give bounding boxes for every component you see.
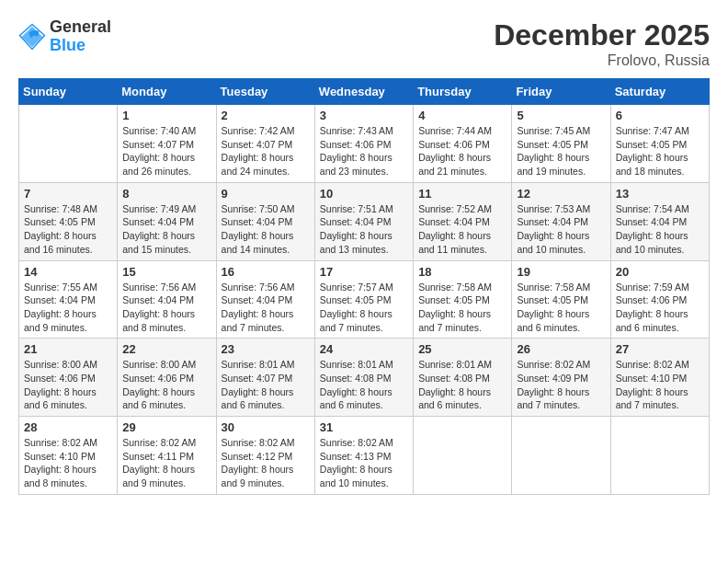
- week-row-2: 7Sunrise: 7:48 AMSunset: 4:05 PMDaylight…: [19, 182, 710, 260]
- day-info: Sunrise: 7:54 AMSunset: 4:04 PMDaylight:…: [616, 202, 704, 257]
- day-number: 12: [517, 187, 605, 201]
- day-number: 4: [418, 109, 506, 122]
- day-number: 23: [222, 342, 310, 356]
- calendar-cell: 29Sunrise: 8:02 AMSunset: 4:11 PMDayligh…: [118, 417, 216, 495]
- day-number: 29: [122, 420, 210, 434]
- calendar-cell: 1Sunrise: 7:40 AMSunset: 4:07 PMDaylight…: [118, 105, 216, 183]
- header-sunday: Sunday: [19, 79, 118, 105]
- calendar-cell: 26Sunrise: 8:02 AMSunset: 4:09 PMDayligh…: [512, 339, 610, 417]
- calendar-cell: 30Sunrise: 8:02 AMSunset: 4:12 PMDayligh…: [216, 417, 314, 495]
- day-number: 15: [122, 265, 210, 279]
- day-number: 28: [24, 420, 112, 434]
- calendar-cell: 24Sunrise: 8:01 AMSunset: 4:08 PMDayligh…: [314, 339, 413, 417]
- header-saturday: Saturday: [610, 79, 709, 105]
- day-number: 9: [222, 187, 310, 201]
- day-info: Sunrise: 7:49 AMSunset: 4:04 PMDaylight:…: [122, 202, 210, 257]
- day-number: 7: [24, 187, 112, 201]
- day-info: Sunrise: 7:51 AMSunset: 4:04 PMDaylight:…: [320, 202, 408, 257]
- week-row-4: 21Sunrise: 8:00 AMSunset: 4:06 PMDayligh…: [19, 339, 710, 417]
- header-wednesday: Wednesday: [314, 79, 413, 105]
- day-number: 30: [222, 420, 310, 434]
- day-info: Sunrise: 7:43 AMSunset: 4:06 PMDaylight:…: [320, 124, 408, 178]
- day-number: 11: [418, 187, 506, 201]
- day-number: 27: [616, 342, 704, 356]
- calendar-cell: 20Sunrise: 7:59 AMSunset: 4:06 PMDayligh…: [610, 260, 709, 339]
- calendar-cell: 16Sunrise: 7:56 AMSunset: 4:04 PMDayligh…: [216, 260, 314, 339]
- calendar-cell: 17Sunrise: 7:57 AMSunset: 4:05 PMDayligh…: [314, 260, 413, 339]
- day-info: Sunrise: 7:56 AMSunset: 4:04 PMDaylight:…: [122, 281, 210, 335]
- logo-blue: Blue: [50, 37, 111, 55]
- day-info: Sunrise: 7:44 AMSunset: 4:06 PMDaylight:…: [418, 124, 506, 178]
- logo-icon: [18, 23, 46, 51]
- day-number: 5: [517, 109, 605, 122]
- calendar-cell: 13Sunrise: 7:54 AMSunset: 4:04 PMDayligh…: [610, 182, 709, 260]
- calendar-cell: 2Sunrise: 7:42 AMSunset: 4:07 PMDaylight…: [216, 105, 314, 183]
- day-info: Sunrise: 8:01 AMSunset: 4:07 PMDaylight:…: [222, 358, 310, 412]
- logo-general: General: [50, 18, 111, 37]
- day-number: 31: [320, 420, 408, 434]
- day-info: Sunrise: 8:00 AMSunset: 4:06 PMDaylight:…: [24, 358, 112, 412]
- day-info: Sunrise: 7:40 AMSunset: 4:07 PMDaylight:…: [122, 124, 210, 178]
- header-row: SundayMondayTuesdayWednesdayThursdayFrid…: [19, 79, 710, 105]
- svg-marker-0: [22, 27, 43, 48]
- calendar-cell: 6Sunrise: 7:47 AMSunset: 4:05 PMDaylight…: [610, 105, 709, 183]
- calendar-cell: 25Sunrise: 8:01 AMSunset: 4:08 PMDayligh…: [414, 339, 512, 417]
- logo: General Blue: [18, 18, 111, 55]
- day-info: Sunrise: 8:01 AMSunset: 4:08 PMDaylight:…: [320, 358, 408, 412]
- day-number: 25: [418, 342, 506, 356]
- calendar-cell: [512, 417, 610, 495]
- week-row-3: 14Sunrise: 7:55 AMSunset: 4:04 PMDayligh…: [19, 260, 710, 339]
- calendar-cell: [414, 417, 512, 495]
- day-number: 10: [320, 187, 408, 201]
- title-block: December 2025 Frolovo, Russia: [494, 18, 710, 69]
- calendar-cell: 10Sunrise: 7:51 AMSunset: 4:04 PMDayligh…: [314, 182, 413, 260]
- day-number: 14: [24, 265, 112, 279]
- calendar-cell: 7Sunrise: 7:48 AMSunset: 4:05 PMDaylight…: [19, 182, 118, 260]
- day-number: 16: [222, 265, 310, 279]
- day-number: 1: [122, 109, 210, 122]
- day-info: Sunrise: 7:58 AMSunset: 4:05 PMDaylight:…: [517, 281, 605, 335]
- day-info: Sunrise: 8:02 AMSunset: 4:11 PMDaylight:…: [122, 436, 210, 490]
- calendar-cell: 31Sunrise: 8:02 AMSunset: 4:13 PMDayligh…: [314, 417, 413, 495]
- header-monday: Monday: [118, 79, 216, 105]
- day-number: 24: [320, 342, 408, 356]
- header-friday: Friday: [512, 79, 610, 105]
- day-number: 20: [616, 265, 704, 279]
- calendar-cell: 4Sunrise: 7:44 AMSunset: 4:06 PMDaylight…: [414, 105, 512, 183]
- calendar-cell: 15Sunrise: 7:56 AMSunset: 4:04 PMDayligh…: [118, 260, 216, 339]
- day-number: 6: [616, 109, 704, 122]
- calendar-title: December 2025: [494, 18, 710, 52]
- day-number: 21: [24, 342, 112, 356]
- page-header: General Blue December 2025 Frolovo, Russ…: [18, 18, 710, 69]
- day-number: 13: [616, 187, 704, 201]
- day-info: Sunrise: 7:57 AMSunset: 4:05 PMDaylight:…: [320, 281, 408, 335]
- day-number: 26: [517, 342, 605, 356]
- day-info: Sunrise: 8:00 AMSunset: 4:06 PMDaylight:…: [122, 358, 210, 412]
- calendar-cell: 28Sunrise: 8:02 AMSunset: 4:10 PMDayligh…: [19, 417, 118, 495]
- day-info: Sunrise: 8:02 AMSunset: 4:09 PMDaylight:…: [517, 358, 605, 412]
- header-tuesday: Tuesday: [216, 79, 314, 105]
- day-info: Sunrise: 7:52 AMSunset: 4:04 PMDaylight:…: [418, 202, 506, 257]
- header-thursday: Thursday: [414, 79, 512, 105]
- calendar-cell: 11Sunrise: 7:52 AMSunset: 4:04 PMDayligh…: [414, 182, 512, 260]
- day-info: Sunrise: 8:02 AMSunset: 4:13 PMDaylight:…: [320, 436, 408, 490]
- week-row-1: 1Sunrise: 7:40 AMSunset: 4:07 PMDaylight…: [19, 105, 710, 183]
- day-info: Sunrise: 7:59 AMSunset: 4:06 PMDaylight:…: [616, 281, 704, 335]
- day-number: 2: [222, 109, 310, 122]
- day-number: 18: [418, 265, 506, 279]
- calendar-cell: [19, 105, 118, 183]
- calendar-table: SundayMondayTuesdayWednesdayThursdayFrid…: [18, 78, 710, 495]
- day-number: 19: [517, 265, 605, 279]
- calendar-cell: [610, 417, 709, 495]
- day-number: 3: [320, 109, 408, 122]
- day-info: Sunrise: 7:47 AMSunset: 4:05 PMDaylight:…: [616, 124, 704, 178]
- day-info: Sunrise: 8:02 AMSunset: 4:12 PMDaylight:…: [222, 436, 310, 490]
- calendar-cell: 27Sunrise: 8:02 AMSunset: 4:10 PMDayligh…: [610, 339, 709, 417]
- calendar-cell: 12Sunrise: 7:53 AMSunset: 4:04 PMDayligh…: [512, 182, 610, 260]
- day-info: Sunrise: 7:50 AMSunset: 4:04 PMDaylight:…: [222, 202, 310, 257]
- calendar-cell: 23Sunrise: 8:01 AMSunset: 4:07 PMDayligh…: [216, 339, 314, 417]
- calendar-cell: 3Sunrise: 7:43 AMSunset: 4:06 PMDaylight…: [314, 105, 413, 183]
- day-info: Sunrise: 7:55 AMSunset: 4:04 PMDaylight:…: [24, 281, 112, 335]
- day-number: 17: [320, 265, 408, 279]
- calendar-cell: 5Sunrise: 7:45 AMSunset: 4:05 PMDaylight…: [512, 105, 610, 183]
